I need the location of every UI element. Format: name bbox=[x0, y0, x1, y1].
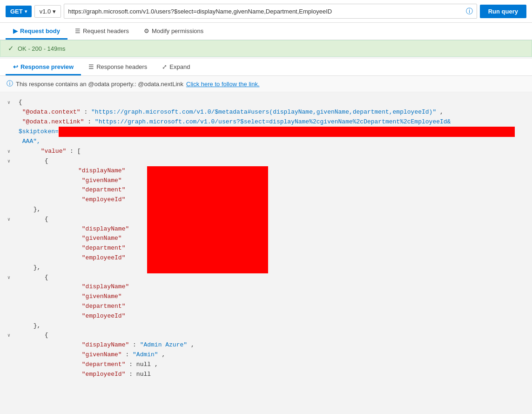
context-value: "https://graph.microsoft.com/v1.0/$metad… bbox=[91, 109, 436, 115]
json-entry3-fields: "displayName" : "Admin Azure" , "givenNa… bbox=[45, 340, 525, 379]
json-skiptoken-line: $skiptoken= bbox=[7, 127, 525, 137]
response-preview-icon: ↩ bbox=[13, 63, 18, 70]
expand-icon: ⤢ bbox=[162, 63, 167, 70]
method-chevron-icon: ▾ bbox=[25, 9, 27, 14]
status-text: OK - 200 - 149ms bbox=[18, 45, 66, 52]
collapse-entry2-icon[interactable]: ∨ bbox=[7, 273, 15, 282]
odata-nextlink-link[interactable]: Click here to follow the link. bbox=[186, 81, 260, 88]
version-chevron-icon: ▾ bbox=[53, 8, 56, 15]
method-dropdown[interactable]: GET ▾ bbox=[6, 6, 32, 17]
json-aaa-line: AAA", bbox=[7, 137, 525, 147]
version-label: v1.0 bbox=[40, 8, 51, 15]
request-headers-icon: ☰ bbox=[75, 27, 81, 34]
json-viewer: ∨ { "@odata.context" : "https://graph.mi… bbox=[0, 92, 532, 385]
run-query-button[interactable]: Run query bbox=[480, 5, 526, 18]
tab-response-headers-label: Response headers bbox=[96, 63, 147, 70]
json-entry2-close: }, bbox=[7, 321, 525, 331]
json-entry2-fields: "displayName" "givenName" "department" "… bbox=[45, 282, 525, 321]
info-bar-text: This response contains an @odata propert… bbox=[16, 81, 183, 88]
top-bar: GET ▾ v1.0 ▾ ⓘ Run query bbox=[0, 0, 532, 23]
tab-response-preview[interactable]: ↩ Response preview bbox=[6, 59, 81, 75]
context-key: "@odata.context" bbox=[22, 109, 81, 115]
url-input[interactable] bbox=[68, 8, 465, 15]
status-check-icon: ✓ bbox=[8, 44, 14, 53]
collapse-entry0-icon[interactable]: ∨ bbox=[7, 157, 15, 165]
json-entry0-open: ∨ { bbox=[7, 156, 525, 166]
response-section: ↩ Response preview ☰ Response headers ⤢ … bbox=[0, 59, 532, 385]
redacted-entries-block: "displayName" "givenName" "department" "… bbox=[45, 166, 525, 205]
url-bar: ⓘ bbox=[64, 4, 477, 19]
skiptoken-label: $skiptoken= bbox=[19, 127, 59, 137]
nextlink-key: "@odata.nextLink" bbox=[22, 118, 84, 125]
json-root-open: ∨ { bbox=[7, 98, 525, 108]
status-bar: ✓ OK - 200 - 149ms bbox=[0, 40, 532, 57]
json-entry3-open: ∨ { bbox=[7, 331, 525, 340]
tab-response-preview-label: Response preview bbox=[20, 63, 74, 70]
tab-request-body-label: Request body bbox=[20, 27, 60, 34]
request-body-icon: ▶ bbox=[13, 27, 18, 34]
collapse-entry3-icon[interactable]: ∨ bbox=[7, 331, 15, 339]
json-value-array-open: ∨ "value" : [ bbox=[7, 147, 525, 156]
tab-modify-permissions[interactable]: ⚙ Modify permissions bbox=[136, 23, 211, 40]
value-key: "value" bbox=[41, 148, 67, 155]
tab-request-headers[interactable]: ☰ Request headers bbox=[67, 23, 136, 40]
redaction-skiptoken bbox=[59, 127, 515, 137]
response-tabs: ↩ Response preview ☰ Response headers ⤢ … bbox=[0, 59, 532, 76]
json-entry0-givenname: "givenName" bbox=[45, 176, 525, 186]
info-icon[interactable]: ⓘ bbox=[466, 7, 473, 16]
aaa-label: AAA", bbox=[22, 138, 40, 145]
method-label: GET bbox=[10, 8, 23, 15]
tab-expand-label: Expand bbox=[169, 63, 190, 70]
json-context-line: "@odata.context" : "https://graph.micros… bbox=[7, 108, 525, 117]
info-circle-icon: ⓘ bbox=[7, 80, 13, 88]
tab-request-headers-label: Request headers bbox=[83, 27, 129, 34]
tab-modify-permissions-label: Modify permissions bbox=[152, 27, 203, 34]
request-tabs: ▶ Request body ☰ Request headers ⚙ Modif… bbox=[0, 23, 532, 40]
collapse-value-icon[interactable]: ∨ bbox=[7, 147, 15, 156]
version-dropdown[interactable]: v1.0 ▾ bbox=[34, 5, 61, 18]
collapse-root-icon[interactable]: ∨ bbox=[7, 98, 15, 107]
json-entry0-displayname: "displayName" bbox=[45, 166, 525, 176]
modify-permissions-icon: ⚙ bbox=[144, 27, 149, 34]
json-entry0-employeeid: "employeeId" bbox=[45, 195, 525, 205]
redaction-entries0-block bbox=[147, 166, 268, 273]
json-entry1-fields: "displayName" "givenName" "department" "… bbox=[45, 224, 525, 263]
nextlink-value: "https://graph.microsoft.com/v1.0/users?… bbox=[95, 118, 451, 125]
json-nextlink-line: "@odata.nextLink" : "https://graph.micro… bbox=[7, 117, 525, 127]
json-entry0-department: "department" bbox=[45, 185, 525, 195]
tab-response-headers[interactable]: ☰ Response headers bbox=[81, 59, 155, 75]
response-headers-icon: ☰ bbox=[88, 63, 94, 70]
info-bar: ⓘ This response contains an @odata prope… bbox=[0, 76, 532, 92]
json-entry2-open: ∨ { bbox=[7, 273, 525, 283]
collapse-entry1-icon[interactable]: ∨ bbox=[7, 215, 15, 224]
tab-request-body[interactable]: ▶ Request body bbox=[6, 23, 67, 40]
tab-expand[interactable]: ⤢ Expand bbox=[155, 59, 197, 75]
